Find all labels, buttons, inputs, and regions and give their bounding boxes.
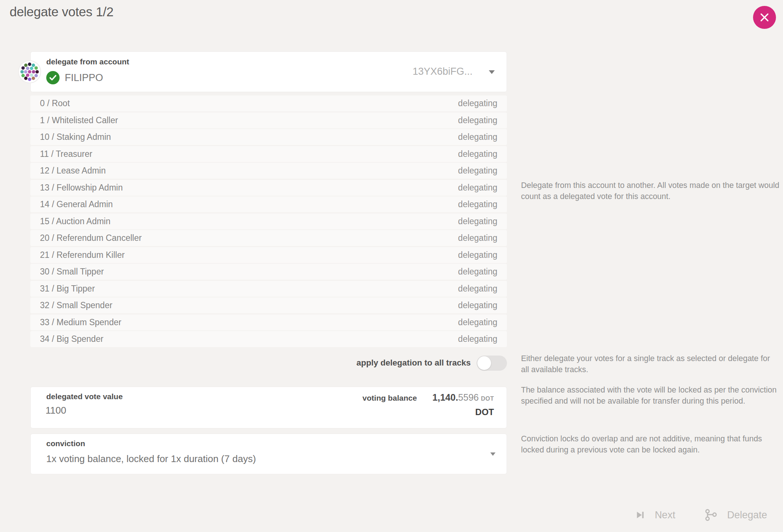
apply-all-tracks-label: apply delegation to all tracks xyxy=(356,358,471,368)
track-label: 32 / Small Spender xyxy=(40,300,112,310)
track-label: 33 / Medium Spender xyxy=(40,317,121,327)
track-row[interactable]: 14 / General Admin delegating xyxy=(30,196,507,212)
toggle-knob xyxy=(477,356,491,370)
track-row[interactable]: 33 / Medium Spender delegating xyxy=(30,314,507,330)
track-row[interactable]: 11 / Treasurer delegating xyxy=(30,146,507,162)
delegate-button-label: Delegate xyxy=(727,509,767,521)
account-name: FILIPPO xyxy=(65,72,103,84)
close-button[interactable] xyxy=(753,6,776,29)
track-row[interactable]: 13 / Fellowship Admin delegating xyxy=(30,180,507,196)
delegate-from-account-select[interactable]: delegate from account FILIPPO 13YX6biFG.… xyxy=(30,51,507,92)
track-row[interactable]: 32 / Small Spender delegating xyxy=(30,297,507,313)
delegate-branch-icon xyxy=(704,508,718,522)
conviction-label: conviction xyxy=(46,439,85,448)
track-status: delegating xyxy=(458,216,497,226)
track-label: 0 / Root xyxy=(40,98,70,108)
track-row[interactable]: 20 / Referendum Canceller delegating xyxy=(30,230,507,246)
track-status: delegating xyxy=(458,284,497,294)
delegated-vote-value-label: delegated vote value xyxy=(46,392,123,401)
track-status: delegating xyxy=(458,233,497,243)
track-status: delegating xyxy=(458,149,497,159)
track-status: delegating xyxy=(458,98,497,108)
track-label: 20 / Referendum Canceller xyxy=(40,233,142,243)
chevron-down-icon[interactable] xyxy=(489,70,495,74)
help-delegate-from: Delegate from this account to another. A… xyxy=(521,180,780,202)
voting-balance-amount: 1,140.5596DOT xyxy=(433,392,494,403)
track-status: delegating xyxy=(458,334,497,344)
delegated-vote-value-input[interactable] xyxy=(46,405,231,416)
account-select-label: delegate from account xyxy=(46,57,129,66)
track-label: 34 / Big Spender xyxy=(40,334,103,344)
track-status: delegating xyxy=(458,132,497,142)
track-label: 15 / Auction Admin xyxy=(40,216,111,226)
footer-actions: Next Delegate xyxy=(635,506,767,524)
track-status: delegating xyxy=(458,267,497,277)
help-conviction-locks: Conviction locks do overlap and are not … xyxy=(521,434,780,455)
track-label: 11 / Treasurer xyxy=(40,149,92,159)
close-icon xyxy=(760,13,769,22)
track-row[interactable]: 0 / Root delegating xyxy=(30,95,507,111)
track-status: delegating xyxy=(458,300,497,310)
track-status: delegating xyxy=(458,166,497,176)
track-row[interactable]: 21 / Referendum Killer delegating xyxy=(30,247,507,263)
apply-all-tracks-row: apply delegation to all tracks xyxy=(30,354,507,371)
track-row[interactable]: 30 / Small Tipper delegating xyxy=(30,264,507,280)
verified-check-icon xyxy=(46,71,60,84)
delegated-vote-value-field: delegated vote value voting balance 1,14… xyxy=(30,387,507,428)
next-button[interactable]: Next xyxy=(635,509,675,521)
track-status: delegating xyxy=(458,250,497,260)
chevron-down-icon[interactable] xyxy=(490,452,495,456)
track-status: delegating xyxy=(458,199,497,209)
track-status: delegating xyxy=(458,183,497,193)
help-balance-lock: The balance associated with the vote wil… xyxy=(521,385,780,407)
voting-balance-label: voting balance xyxy=(363,394,417,403)
track-status: delegating xyxy=(458,115,497,125)
account-address: 13YX6biFG... xyxy=(413,66,473,77)
page-title: delegate votes 1/2 xyxy=(10,4,114,19)
track-label: 30 / Small Tipper xyxy=(40,267,104,277)
help-single-or-all-tracks: Either delegate your votes for a single … xyxy=(521,353,780,375)
conviction-select[interactable]: conviction 1x voting balance, locked for… xyxy=(30,434,507,474)
track-label: 1 / Whitelisted Caller xyxy=(40,115,118,125)
track-status: delegating xyxy=(458,317,497,327)
account-identicon xyxy=(18,60,41,83)
track-list: 0 / Root delegating 1 / Whitelisted Call… xyxy=(30,95,507,348)
apply-all-tracks-toggle[interactable] xyxy=(477,356,507,371)
balance-si-unit: DOT xyxy=(481,395,494,402)
track-label: 12 / Lease Admin xyxy=(40,166,106,176)
track-label: 31 / Big Tipper xyxy=(40,284,95,294)
skip-next-icon xyxy=(635,510,645,520)
track-row[interactable]: 10 / Staking Admin delegating xyxy=(30,129,507,145)
next-button-label: Next xyxy=(655,509,675,521)
track-label: 21 / Referendum Killer xyxy=(40,250,125,260)
track-row[interactable]: 31 / Big Tipper delegating xyxy=(30,281,507,297)
track-label: 13 / Fellowship Admin xyxy=(40,183,123,193)
conviction-value: 1x voting balance, locked for 1x duratio… xyxy=(46,453,256,465)
track-label: 14 / General Admin xyxy=(40,199,113,209)
track-row[interactable]: 15 / Auction Admin delegating xyxy=(30,213,507,229)
delegate-button[interactable]: Delegate xyxy=(704,508,767,522)
track-row[interactable]: 12 / Lease Admin delegating xyxy=(30,163,507,179)
unit-dropdown[interactable]: DOT xyxy=(475,407,494,417)
track-row[interactable]: 34 / Big Spender delegating xyxy=(30,331,507,347)
track-label: 10 / Staking Admin xyxy=(40,132,111,142)
track-row[interactable]: 1 / Whitelisted Caller delegating xyxy=(30,112,507,128)
